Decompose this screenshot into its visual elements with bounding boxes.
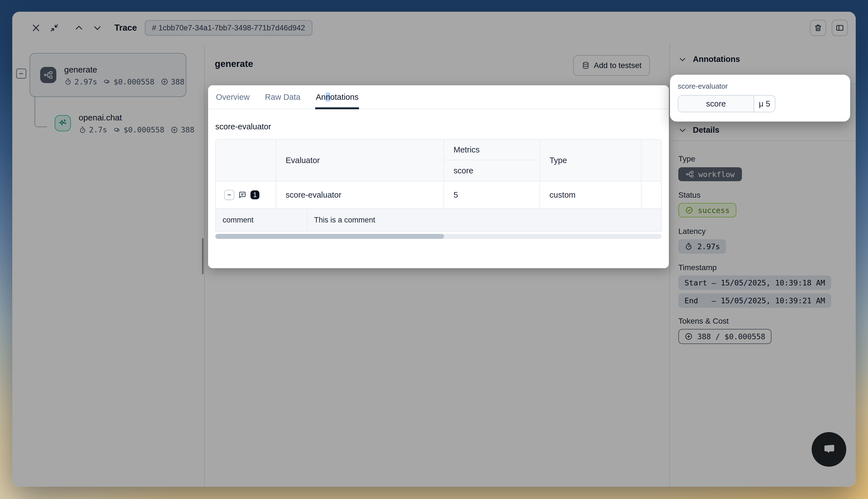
tab-overview[interactable]: Overview bbox=[215, 85, 250, 109]
table-header: Evaluator Metrics score Type bbox=[216, 140, 661, 181]
score-metric-control[interactable]: score μ 5 bbox=[678, 95, 775, 112]
tab-label: Raw Data bbox=[265, 93, 300, 102]
popover-evaluator-label: score-evaluator bbox=[678, 82, 842, 90]
annotations-card: Overview Raw Data Annotations score-eval… bbox=[208, 85, 669, 268]
minus-icon bbox=[226, 192, 232, 198]
tab-annotations[interactable]: Annotations bbox=[315, 85, 359, 109]
metric-value-segment: μ 5 bbox=[754, 96, 775, 112]
evaluator-section-title: score-evaluator bbox=[215, 122, 662, 131]
tab-raw-data[interactable]: Raw Data bbox=[264, 85, 301, 109]
comment-value: This is a comment bbox=[307, 209, 661, 231]
cell-filler bbox=[641, 182, 661, 208]
text-selection-highlight: n bbox=[326, 93, 330, 101]
tab-label: Overview bbox=[216, 93, 250, 102]
evaluation-row: 1 score-evaluator 5 custom bbox=[216, 181, 661, 208]
row-controls: 1 bbox=[216, 182, 276, 208]
comment-icon bbox=[238, 191, 246, 199]
horizontal-scrollbar-thumb[interactable] bbox=[215, 234, 444, 239]
comment-key: comment bbox=[216, 209, 307, 231]
header-metrics-label: Metrics bbox=[444, 140, 540, 160]
horizontal-scrollbar[interactable] bbox=[215, 234, 662, 239]
trace-modal: Trace # 1cbb70e7-34a1-7bb7-3498-771b7d46… bbox=[12, 12, 856, 487]
comments-toggle-button[interactable] bbox=[238, 190, 247, 199]
collapse-row-button[interactable] bbox=[224, 190, 234, 200]
cell-evaluator: score-evaluator bbox=[276, 182, 444, 208]
evaluations-table: Evaluator Metrics score Type bbox=[215, 139, 662, 232]
tab-label: Annotations bbox=[316, 93, 359, 102]
header-cell-type: Type bbox=[540, 140, 641, 181]
annotations-tab-content: score-evaluator Evaluator Metrics score … bbox=[208, 122, 669, 239]
comment-row: comment This is a comment bbox=[216, 208, 661, 232]
cell-type: custom bbox=[540, 182, 641, 208]
annotation-popover: score-evaluator score μ 5 bbox=[670, 75, 850, 122]
header-cell-evaluator: Evaluator bbox=[276, 140, 444, 181]
header-cell-metrics-group: Metrics score bbox=[444, 140, 540, 181]
metric-name-segment: score bbox=[678, 96, 754, 112]
comment-count-badge: 1 bbox=[251, 191, 260, 199]
tab-bar: Overview Raw Data Annotations bbox=[208, 85, 669, 109]
header-cell-controls bbox=[216, 140, 276, 181]
header-cell-filler bbox=[641, 140, 661, 181]
cell-score: 5 bbox=[444, 182, 540, 208]
header-metric-score: score bbox=[444, 160, 540, 181]
